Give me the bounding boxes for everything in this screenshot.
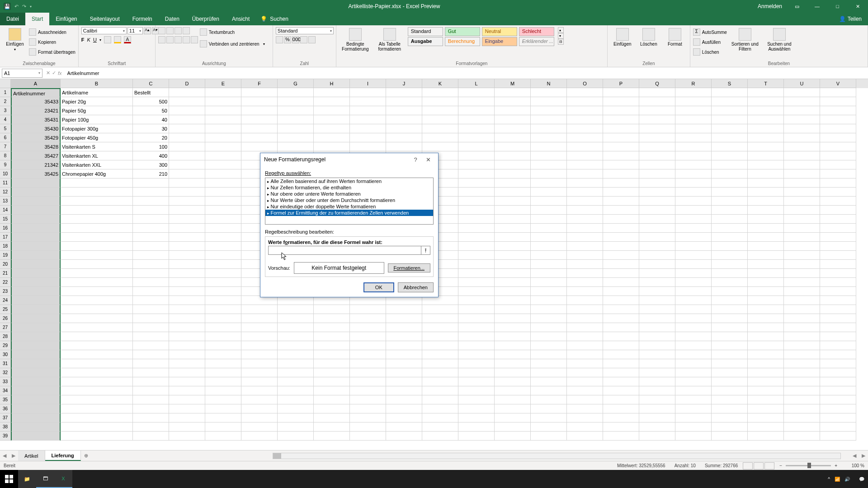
cell[interactable] <box>748 323 784 332</box>
cell[interactable] <box>820 142 856 151</box>
cell[interactable] <box>784 188 820 197</box>
cell[interactable] <box>820 178 856 188</box>
cut-button[interactable]: Ausschneiden <box>29 27 75 37</box>
delete-cells-button[interactable]: Löschen <box>637 27 661 47</box>
cell[interactable] <box>567 404 603 413</box>
cell[interactable] <box>458 97 495 106</box>
column-header-O[interactable]: O <box>567 79 603 88</box>
cell[interactable] <box>458 151 495 160</box>
cell[interactable] <box>820 197 856 206</box>
cell[interactable] <box>820 251 856 260</box>
cell[interactable] <box>784 386 820 395</box>
cell[interactable] <box>748 287 784 296</box>
undo-icon[interactable]: ↶ <box>14 4 19 9</box>
taskbar-app[interactable]: 🗔 <box>36 470 54 488</box>
cell[interactable]: 35425 <box>11 169 61 178</box>
select-all-corner[interactable] <box>0 79 11 88</box>
cell[interactable] <box>603 178 639 188</box>
cell[interactable] <box>784 278 820 287</box>
cell[interactable] <box>278 350 314 359</box>
cell[interactable] <box>712 242 748 251</box>
cell[interactable] <box>458 197 495 206</box>
cell[interactable] <box>495 386 531 395</box>
row-header[interactable]: 20 <box>0 260 11 269</box>
cell[interactable] <box>241 359 278 368</box>
taskbar-excel[interactable]: X <box>54 470 72 488</box>
column-header-V[interactable]: V <box>820 79 856 88</box>
cell[interactable] <box>531 323 567 332</box>
cell[interactable] <box>11 377 61 386</box>
cell[interactable] <box>675 341 712 350</box>
cell[interactable] <box>422 124 458 133</box>
cell[interactable] <box>169 395 205 404</box>
cell[interactable] <box>205 197 241 206</box>
row-header[interactable]: 9 <box>0 160 11 169</box>
cell[interactable] <box>675 242 712 251</box>
cell[interactable] <box>675 413 712 422</box>
cell[interactable] <box>820 151 856 160</box>
cell[interactable] <box>133 432 169 441</box>
number-format-combo[interactable]: Standard▾ <box>276 27 334 34</box>
cell[interactable] <box>458 296 495 305</box>
cell[interactable] <box>603 224 639 233</box>
cell[interactable] <box>820 305 856 314</box>
redo-icon[interactable]: ↷ <box>22 4 26 9</box>
cell[interactable] <box>314 341 350 350</box>
cell[interactable] <box>314 432 350 441</box>
cell[interactable] <box>350 422 386 432</box>
cell[interactable] <box>495 377 531 386</box>
cell[interactable] <box>748 377 784 386</box>
cell[interactable] <box>603 422 639 432</box>
rule-type-option[interactable]: Nur Zellen formatieren, die enthalten <box>265 184 433 191</box>
cell[interactable] <box>495 260 531 269</box>
cell[interactable] <box>748 350 784 359</box>
cell[interactable] <box>61 359 133 368</box>
cell[interactable] <box>531 178 567 188</box>
cell[interactable] <box>278 88 314 97</box>
view-normal-icon[interactable] <box>743 462 753 469</box>
cell[interactable] <box>531 160 567 169</box>
column-header-F[interactable]: F <box>241 79 278 88</box>
cell[interactable] <box>784 432 820 441</box>
cell[interactable] <box>784 269 820 278</box>
row-header[interactable]: 16 <box>0 224 11 233</box>
cell[interactable] <box>639 160 675 169</box>
cell[interactable] <box>712 142 748 151</box>
cell[interactable] <box>133 197 169 206</box>
cell[interactable] <box>205 395 241 404</box>
cell[interactable] <box>784 341 820 350</box>
cell[interactable] <box>314 305 350 314</box>
cell[interactable] <box>639 278 675 287</box>
cell[interactable] <box>603 160 639 169</box>
rule-type-option[interactable]: Alle Zellen basierend auf ihren Werten f… <box>265 178 433 184</box>
cell[interactable] <box>278 124 314 133</box>
cell[interactable] <box>712 133 748 142</box>
cell[interactable] <box>314 106 350 115</box>
cell[interactable]: Papier 50g <box>61 106 133 115</box>
cell[interactable] <box>61 215 133 224</box>
row-header[interactable]: 11 <box>0 178 11 188</box>
cell[interactable] <box>567 197 603 206</box>
cell[interactable] <box>712 395 748 404</box>
cell[interactable] <box>314 386 350 395</box>
cell[interactable] <box>531 97 567 106</box>
cell[interactable] <box>169 224 205 233</box>
cell[interactable] <box>784 151 820 160</box>
cell[interactable] <box>169 115 205 124</box>
cell[interactable] <box>784 314 820 323</box>
cell[interactable] <box>241 404 278 413</box>
cell[interactable] <box>603 368 639 377</box>
cell[interactable] <box>603 142 639 151</box>
cell[interactable] <box>11 287 61 296</box>
tab-start[interactable]: Start <box>25 13 49 25</box>
cell[interactable] <box>567 133 603 142</box>
cell[interactable] <box>11 341 61 350</box>
paste-button[interactable]: Einfügen ▾ <box>3 27 27 52</box>
cell[interactable] <box>133 386 169 395</box>
cell[interactable] <box>205 296 241 305</box>
cell[interactable] <box>350 432 386 441</box>
cell[interactable] <box>639 215 675 224</box>
cell[interactable] <box>675 314 712 323</box>
cell[interactable] <box>639 124 675 133</box>
cell[interactable] <box>133 368 169 377</box>
